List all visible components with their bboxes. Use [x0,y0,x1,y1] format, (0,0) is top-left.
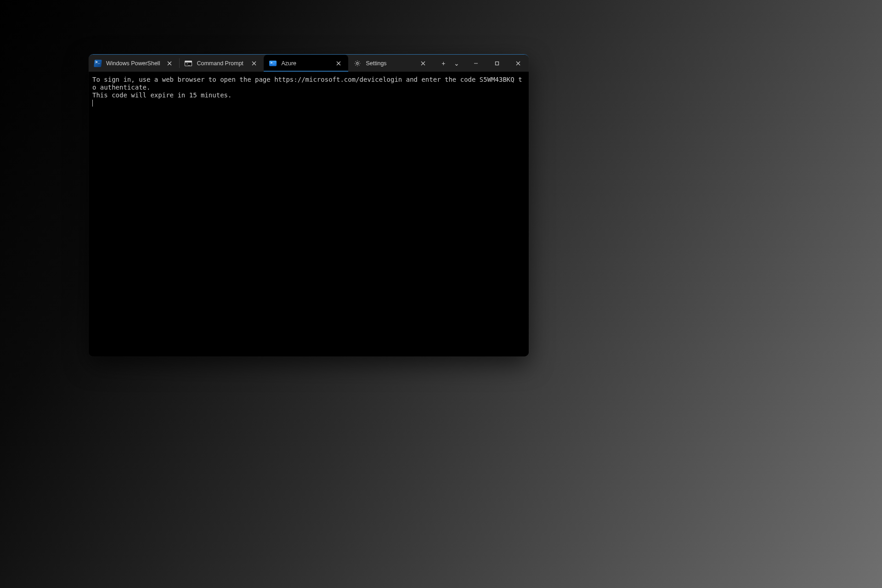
tab-strip: Windows PowerShell Command Prompt Azure [89,55,433,72]
tab-azure[interactable]: Azure [264,55,348,72]
close-tab-button[interactable] [164,58,175,68]
titlebar[interactable]: Windows PowerShell Command Prompt Azure [89,55,529,72]
close-window-button[interactable] [508,55,529,72]
tab-actions: + ⌄ [435,55,462,72]
chevron-down-icon: ⌄ [454,60,459,67]
close-tab-button[interactable] [418,58,428,68]
tab-label: Azure [281,60,329,67]
tab-label: Settings [366,60,413,67]
tab-dropdown-button[interactable]: ⌄ [451,57,462,70]
tab-settings[interactable]: Settings [348,55,433,72]
terminal-window: Windows PowerShell Command Prompt Azure [89,54,529,356]
azure-icon [269,60,277,67]
titlebar-drag-region[interactable] [462,55,465,72]
maximize-button[interactable] [486,55,508,72]
plus-icon: + [441,60,445,67]
terminal-line: To sign in, use a web browser to open th… [92,76,522,91]
terminal-line: This code will expire in 15 minutes. [92,91,232,99]
svg-rect-1 [496,62,499,65]
tab-cmd[interactable]: Command Prompt [179,55,264,72]
svg-point-0 [356,62,358,64]
gear-icon [354,60,361,67]
powershell-icon [94,60,102,67]
minimize-button[interactable] [465,55,486,72]
new-tab-button[interactable]: + [435,57,451,70]
text-cursor [92,100,93,107]
tab-label: Windows PowerShell [106,60,160,67]
tab-label: Command Prompt [197,60,244,67]
terminal-viewport[interactable]: To sign in, use a web browser to open th… [89,72,529,356]
cmd-icon [185,60,192,67]
window-controls [465,55,529,72]
close-tab-button[interactable] [334,58,344,68]
tab-powershell[interactable]: Windows PowerShell [89,55,179,72]
close-tab-button[interactable] [249,58,259,68]
